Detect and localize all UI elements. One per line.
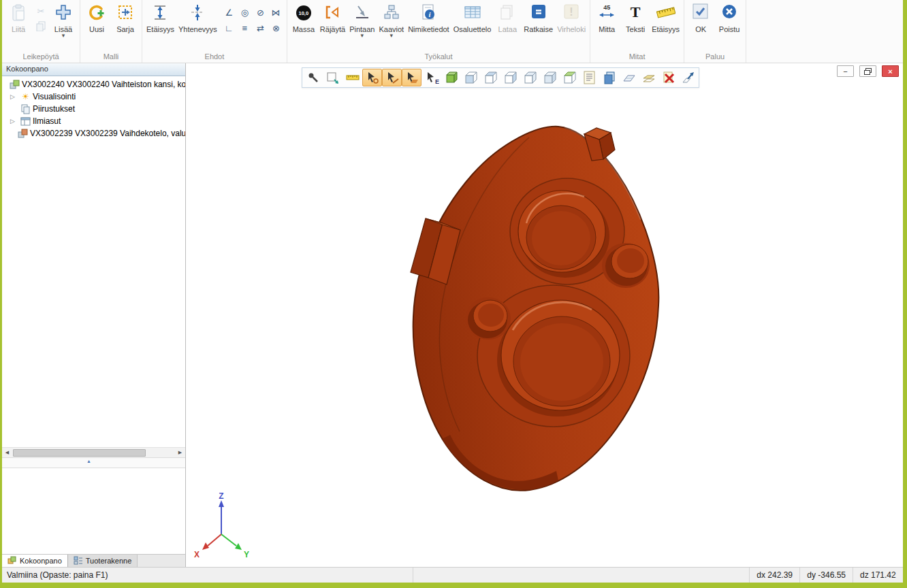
scissors-icon: ✂ — [37, 6, 45, 16]
load-icon — [498, 3, 516, 24]
tree-item-piirustukset[interactable]: Piirustukset — [2, 103, 185, 115]
cut-button[interactable]: ✂ — [34, 4, 48, 18]
group-label-mitat: Mitat — [592, 52, 682, 63]
axis-z-label: Z — [219, 492, 223, 501]
model-gearbox-cover[interactable] — [186, 63, 902, 567]
scroll-right-icon[interactable]: ▶ — [175, 448, 185, 457]
tree-item-root-assembly[interactable]: VX3002240 VX3002240 Vaihteiston kansi, k… — [2, 78, 185, 91]
svg-text:E: E — [435, 78, 439, 85]
concentric-constraint-icon[interactable]: ◎ — [238, 5, 252, 20]
sarja-button[interactable]: Sarja — [111, 1, 140, 34]
copy-view-icon[interactable] — [599, 69, 619, 86]
main-area: Kokoonpano VX3002240 VX3002240 Vaihteist… — [2, 63, 903, 567]
panel-splitter[interactable]: ▲ — [2, 457, 185, 468]
pick-face-front-icon[interactable] — [461, 69, 481, 86]
parallel-constraint-icon[interactable]: ≡ — [238, 21, 252, 35]
tree-item-label: VX3002239 VX3002239 Vaihdekotelo, valu . — [30, 129, 185, 138]
lisaa-button[interactable]: Lisää ▾ — [49, 1, 78, 39]
coincidence-constraint-icon — [189, 3, 206, 24]
delete-red-icon[interactable] — [658, 69, 678, 86]
pin-icon[interactable] — [303, 69, 323, 86]
yhtenevyys-button[interactable]: Yhtenevyys — [176, 1, 219, 34]
notes-list-icon[interactable] — [579, 69, 599, 86]
mitta-label: Mitta — [599, 25, 615, 33]
right-cylinder — [602, 243, 650, 288]
model-viewport[interactable]: E − × — [186, 63, 903, 567]
ribbon-group-ehdot: Etäisyys Yhtenevyys ∠ ◎ ⊘ ⋈ ∟ ≡ ⇄ ⊗ — [142, 0, 287, 63]
mitta-button[interactable]: 45 Mitta — [592, 1, 621, 34]
kaaviot-button[interactable]: Kaaviot ▾ — [377, 1, 406, 39]
tree-item-visualisointi[interactable]: ▷ ☀ Visualisointi — [2, 91, 185, 103]
axis-y-label: Y — [244, 550, 249, 559]
tab-tuoterakenne-label: Tuoterakenne — [86, 557, 131, 565]
caret-down-icon: ▾ — [62, 33, 65, 38]
viewport-toolbar: E — [302, 67, 699, 88]
new-component-icon — [88, 3, 106, 24]
tree-item-sub-assembly[interactable]: VX3002239 VX3002239 Vaihdekotelo, valu . — [2, 127, 185, 140]
pick-face-shaded-icon[interactable] — [560, 69, 579, 86]
lock-constraint-icon[interactable]: ⊗ — [269, 21, 283, 35]
measure-ruler-icon[interactable] — [343, 69, 362, 86]
expander-icon[interactable]: ▷ — [10, 118, 20, 125]
splitter-handle-icon[interactable]: ▲ — [86, 459, 91, 463]
pick-face-icon[interactable] — [402, 69, 421, 86]
tree-horizontal-scrollbar[interactable]: ◀ ▶ — [2, 447, 185, 457]
maximize-button[interactable] — [859, 65, 876, 77]
pick-point-icon[interactable] — [362, 69, 382, 86]
pick-edge-icon[interactable] — [382, 69, 402, 86]
scroll-left-icon[interactable]: ◀ — [2, 448, 12, 457]
ok-check-icon — [693, 3, 709, 24]
poistu-button[interactable]: Poistu — [715, 1, 744, 34]
ribbon: Liitä ✂ Lisää ▾ Leikepöytä — [2, 0, 903, 63]
transform-view-icon[interactable] — [678, 69, 698, 86]
close-button[interactable]: × — [882, 65, 899, 77]
scrollbar-thumb[interactable] — [13, 449, 146, 457]
massa-button[interactable]: 10,0 Massa — [289, 1, 318, 34]
uusi-button[interactable]: Uusi — [82, 1, 111, 34]
symmetry-constraint-icon[interactable]: ⋈ — [269, 5, 283, 20]
group-label-ehdot: Ehdot — [144, 52, 285, 63]
pick-face-top-icon[interactable] — [481, 69, 500, 86]
tree-item-ilmiasut[interactable]: ▷ Ilmiasut — [2, 115, 185, 127]
angle-constraint-icon[interactable]: ∠ — [222, 5, 236, 20]
etaisyys-ehto-button[interactable]: Etäisyys — [144, 1, 176, 34]
panel-tabs: Kokoonpano Tuoterakenne — [2, 554, 185, 567]
virheloki-label: Virheloki — [557, 25, 586, 33]
left-cylinder — [466, 297, 511, 340]
ratkaise-button[interactable]: Ratkaise — [522, 1, 555, 34]
pick-face-right-icon[interactable] — [500, 69, 520, 86]
expander-icon[interactable]: ▷ — [10, 93, 20, 100]
yhtenevyys-label: Yhtenevyys — [178, 25, 217, 33]
pick-face-iso-icon[interactable] — [540, 69, 560, 86]
liita-label: Liitä — [12, 25, 25, 33]
tree-item-label: Visualisointi — [33, 92, 76, 101]
minimize-button[interactable]: − — [837, 65, 854, 77]
pick-element-icon[interactable]: E — [421, 69, 441, 86]
ribbon-group-leikepoyta: Liitä ✂ Lisää ▾ Leikepöytä — [2, 0, 80, 63]
pintaan-button[interactable]: Pintaan ▾ — [347, 1, 377, 39]
lataa-button[interactable]: Lataa — [493, 1, 522, 34]
fit-view-icon[interactable] — [323, 69, 343, 86]
plane-icon[interactable] — [619, 69, 639, 86]
error-log-icon: ! — [563, 3, 579, 24]
etaisyys-mitta-label: Etäisyys — [652, 25, 680, 33]
ok-label: OK — [695, 25, 706, 33]
ruler-icon — [656, 3, 675, 24]
nimiketiedot-button[interactable]: i Nimiketiedot — [406, 1, 451, 34]
pick-face-back-icon[interactable] — [520, 69, 540, 86]
ok-button[interactable]: OK — [686, 1, 715, 34]
virheloki-button[interactable]: ! Virheloki — [555, 1, 588, 34]
liita-button[interactable]: Liitä — [4, 1, 33, 34]
tab-tuoterakenne[interactable]: Tuoterakenne — [68, 555, 138, 567]
teksti-button[interactable]: T Teksti — [621, 1, 650, 34]
layers-icon[interactable] — [639, 69, 658, 86]
copy-button[interactable] — [34, 20, 48, 33]
equal-constraint-icon[interactable]: ⇄ — [253, 21, 268, 35]
show-box-icon[interactable] — [441, 69, 461, 86]
osaluettelo-button[interactable]: Osaluettelo — [451, 1, 494, 34]
tab-kokoonpano[interactable]: Kokoonpano — [2, 555, 68, 567]
perpendicular-constraint-icon[interactable]: ∟ — [222, 21, 236, 35]
tangent-constraint-icon[interactable]: ⊘ — [253, 5, 268, 20]
rajayta-button[interactable]: Räjäytä — [318, 1, 347, 34]
etaisyys-mitta-button[interactable]: Etäisyys — [650, 1, 682, 34]
